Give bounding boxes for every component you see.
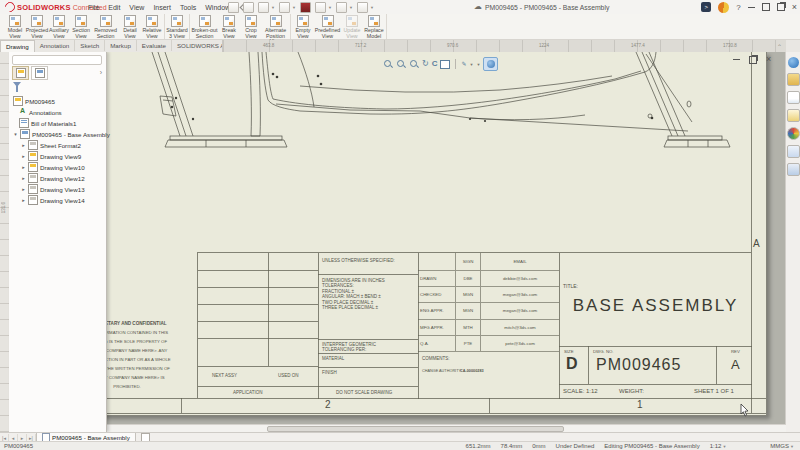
- panel-collapse-icon[interactable]: ›: [100, 69, 102, 76]
- new-document-icon[interactable]: [243, 2, 254, 13]
- collapsed-caret-icon[interactable]: ▸: [21, 164, 26, 170]
- undo-caret-icon[interactable]: ▼: [349, 5, 353, 10]
- tree-item-drawing-view14[interactable]: ▸ Drawing View14: [9, 195, 106, 206]
- tab-annotation[interactable]: Annotation: [35, 40, 76, 51]
- model-view-icon: [9, 15, 21, 27]
- save-caret-icon[interactable]: ▼: [292, 5, 296, 10]
- tree-item-drawing-view13[interactable]: ▸ Drawing View13: [9, 184, 106, 195]
- tree-item-drawing-view12[interactable]: ▸ Drawing View12: [9, 173, 106, 184]
- forum-icon[interactable]: [787, 163, 800, 176]
- minimize-icon[interactable]: [748, 7, 755, 8]
- section-view-button[interactable]: Section View: [70, 14, 92, 39]
- broken-out-section-button[interactable]: Broken-out Section: [191, 14, 218, 39]
- zoom-to-fit-icon[interactable]: [383, 59, 393, 69]
- collapse-ribbon-icon[interactable]: ⌃: [777, 43, 782, 50]
- tab-drawing[interactable]: Drawing: [0, 40, 35, 52]
- annotation-tool-icon[interactable]: ✎: [461, 59, 466, 69]
- removed-section-button[interactable]: Removed Section: [92, 14, 119, 39]
- standard-3-view-button[interactable]: Standard 3 View: [166, 14, 188, 39]
- collapsed-caret-icon[interactable]: ▸: [21, 142, 26, 148]
- menu-tools[interactable]: Tools: [180, 4, 196, 11]
- zoom-in-out-icon[interactable]: [409, 59, 419, 69]
- file-explorer-icon[interactable]: [787, 91, 800, 104]
- replace-model-button[interactable]: Replace Model: [363, 14, 385, 39]
- empty-view-button[interactable]: Empty View: [292, 14, 314, 39]
- close-icon[interactable]: ×: [792, 3, 797, 12]
- break-view-button[interactable]: Break View: [218, 14, 240, 39]
- unit-system[interactable]: MMGS▼: [770, 443, 794, 449]
- expanded-caret-icon[interactable]: ▾: [13, 131, 18, 137]
- filter-funnel-icon[interactable]: [13, 82, 21, 87]
- feature-tree-tab[interactable]: [12, 66, 29, 80]
- auxiliary-view-button[interactable]: Auxiliary View: [48, 14, 70, 39]
- threedexperience-icon[interactable]: [788, 57, 799, 68]
- crop-view-icon: [245, 15, 257, 27]
- save-icon[interactable]: [279, 2, 290, 13]
- command-search-icon[interactable]: >: [701, 2, 711, 12]
- design-library-icon[interactable]: [787, 73, 800, 86]
- open-icon[interactable]: [258, 2, 269, 13]
- crop-view-button[interactable]: Crop View: [240, 14, 262, 39]
- predefined-view-button[interactable]: Predefined View: [314, 14, 341, 39]
- custom-properties-icon[interactable]: [787, 145, 800, 158]
- title-block[interactable]: NEXT ASSY USED ON APPLICATION UNLESS OTH…: [197, 252, 751, 398]
- horizontal-scrollbar[interactable]: [9, 424, 786, 432]
- email-column-header: EMAIL: [481, 253, 559, 271]
- definition-state: Under Defined: [556, 443, 595, 449]
- appearances-icon[interactable]: [787, 127, 800, 140]
- tree-item-root[interactable]: PM009465: [9, 96, 106, 107]
- tree-search-input[interactable]: [12, 55, 102, 65]
- tab-sketch[interactable]: Sketch: [75, 40, 105, 51]
- relative-view-button[interactable]: Relative View: [141, 14, 163, 39]
- tab-evaluate[interactable]: Evaluate: [137, 40, 172, 51]
- tree-item-base-assembly-sheet[interactable]: ▾ PM009465 - Base Assembly: [9, 129, 106, 140]
- options-gear-icon[interactable]: [315, 2, 326, 13]
- tree-item-sheet-format2[interactable]: ▸ Sheet Format2: [9, 140, 106, 151]
- help-icon[interactable]: ?: [736, 3, 740, 12]
- alternate-position-view-button[interactable]: Alternate Position View: [262, 14, 289, 39]
- property-manager-tab[interactable]: [31, 66, 48, 80]
- print-icon[interactable]: [300, 2, 311, 13]
- maximize-icon[interactable]: [762, 3, 770, 11]
- view-palette-icon[interactable]: [787, 109, 800, 122]
- horizontal-scrollbar-thumb[interactable]: [267, 426, 564, 432]
- redo-caret-icon[interactable]: ▼: [370, 5, 374, 10]
- open-caret-icon[interactable]: ▼: [271, 5, 275, 10]
- undo-icon[interactable]: [336, 2, 347, 13]
- doc-restore-icon[interactable]: [749, 56, 757, 64]
- menu-window[interactable]: Window: [205, 4, 230, 11]
- home-icon[interactable]: [228, 2, 239, 13]
- tab-markup[interactable]: Markup: [105, 40, 137, 51]
- model-view-button[interactable]: Model View: [4, 14, 26, 39]
- view-settings-icon[interactable]: [483, 57, 498, 71]
- restore-icon[interactable]: [777, 3, 785, 11]
- detail-view-button[interactable]: Detail View: [119, 14, 141, 39]
- zoom-to-area-icon[interactable]: [396, 59, 406, 69]
- rotate-view-icon[interactable]: ↻: [422, 59, 429, 69]
- graphics-area[interactable]: 2 1 A PROPRIETARY AND CONFIDENTIAL THE I…: [0, 52, 800, 432]
- redo-icon[interactable]: [357, 2, 368, 13]
- options-caret-icon[interactable]: ▼: [328, 5, 332, 10]
- collapsed-caret-icon[interactable]: ▸: [21, 186, 26, 192]
- annotation-caret-icon[interactable]: ▼: [470, 62, 474, 67]
- user-avatar[interactable]: [718, 2, 729, 13]
- doc-minimize-icon[interactable]: [733, 59, 740, 60]
- collapsed-caret-icon[interactable]: ▸: [21, 175, 26, 181]
- menu-file[interactable]: File: [88, 4, 99, 11]
- projected-view-button[interactable]: Projected View: [26, 14, 48, 39]
- collapsed-caret-icon[interactable]: ▸: [21, 153, 26, 159]
- tree-item-drawing-view9[interactable]: ▸ Drawing View9: [9, 151, 106, 162]
- menu-view[interactable]: View: [129, 4, 144, 11]
- display-caret-icon[interactable]: ▼: [476, 62, 480, 67]
- collapsed-caret-icon[interactable]: ▸: [21, 197, 26, 203]
- tree-item-annotations[interactable]: Annotations: [9, 107, 106, 118]
- menu-insert[interactable]: Insert: [153, 4, 171, 11]
- redraw-icon[interactable]: C: [432, 59, 438, 69]
- doc-close-icon[interactable]: ×: [766, 55, 771, 64]
- menu-edit[interactable]: Edit: [108, 4, 120, 11]
- sheet-scale[interactable]: 1:12▼: [710, 443, 727, 449]
- tree-item-drawing-view10[interactable]: ▸ Drawing View10: [9, 162, 106, 173]
- dwg-no-label: DWG. NO.: [593, 349, 614, 354]
- tree-item-bill-of-materials[interactable]: Bill of Materials1: [9, 118, 106, 129]
- sheet-properties-icon[interactable]: [440, 60, 450, 69]
